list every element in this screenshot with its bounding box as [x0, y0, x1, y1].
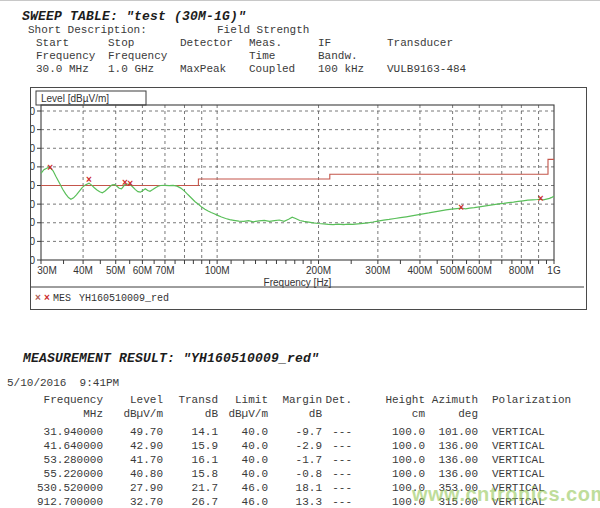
result-cell: 912.700000 [0, 495, 103, 508]
sweep-col-header2: Time [249, 50, 318, 63]
measurement-result-heading-space [175, 351, 183, 366]
result-cell: dB [268, 407, 322, 421]
result-cell: VERTICAL [478, 439, 545, 453]
result-cell: cm [352, 407, 425, 421]
sweep-parameter-grid: Start Stop Detector Meas. IF Transducer … [36, 37, 466, 76]
result-cell: 40.0 [218, 425, 268, 439]
result-cell: 100.0 [352, 467, 425, 481]
result-cell: -2.9 [268, 439, 322, 453]
sweep-col-value: 30.0 MHz [36, 63, 108, 76]
measurement-marker-icon: × [86, 174, 92, 185]
result-cell: Level [103, 393, 163, 407]
result-cell: Det. [322, 393, 352, 407]
x-axis-title: Frequency [Hz] [264, 277, 332, 288]
result-cell: 136.00 [425, 453, 478, 467]
sweep-table-heading: SWEEP TABLE: "test (30M-1G)" [22, 9, 246, 24]
x-tick-label: 1G [547, 265, 561, 276]
result-units-row: MHzdBµV/mdBdBµV/mdBcmdeg [0, 407, 571, 421]
measurement-marker-icon: × [538, 193, 544, 204]
sweep-col-header: Meas. [249, 37, 318, 50]
limit-line [41, 159, 554, 185]
result-cell: 40.0 [218, 467, 268, 481]
y-tick-label: 30 [31, 199, 35, 210]
result-cell: 530.520000 [0, 481, 103, 495]
y-tick-label: 10 [31, 236, 35, 247]
legend-limit-label: YH160510009_red [79, 293, 169, 304]
measurement-marker-icon: × [127, 178, 133, 189]
result-cell: --- [322, 425, 352, 439]
sweep-table-heading-label: SWEEP TABLE: [22, 9, 118, 24]
result-cell: 26.7 [163, 495, 218, 508]
legend-marker-icon: × [35, 292, 41, 303]
measurement-marker-icon: × [458, 202, 464, 213]
sweep-table-heading-name: "test (30M-1G)" [126, 9, 246, 24]
sweep-col-value: VULB9163-484 [387, 63, 466, 76]
y-tick-label: 0 [31, 255, 35, 266]
y-tick-label: 70 [31, 124, 35, 135]
measurement-result-heading-name: "YH160510009_red" [183, 351, 319, 366]
result-cell: 46.0 [218, 495, 268, 508]
result-cell: deg [425, 407, 478, 421]
result-cell: 42.90 [103, 439, 163, 453]
measurement-result-heading-label: MEASUREMENT RESULT: [23, 351, 175, 366]
legend-series-label: MES [53, 293, 71, 304]
result-cell: Height [352, 393, 425, 407]
result-cell: 101.00 [425, 425, 478, 439]
watermark-text: www.cntronics.com [412, 483, 600, 506]
level-chart: Level [dBµV/m]0102030405060708030M40M50M… [30, 87, 587, 310]
emc-report-page: SWEEP TABLE: "test (30M-1G)" Short Descr… [0, 0, 600, 508]
sweep-col-header2: Bandw. [318, 50, 387, 63]
result-cell: 32.70 [103, 495, 163, 508]
short-description-value: Field Strength [217, 24, 309, 37]
sweep-col-value: Coupled [249, 63, 318, 76]
result-cell: 18.1 [268, 481, 322, 495]
result-cell: 27.90 [103, 481, 163, 495]
result-header-row: FrequencyLevelTransdLimitMarginDet.Heigh… [0, 393, 571, 407]
result-cell: 13.3 [268, 495, 322, 508]
result-cell: 55.220000 [0, 467, 103, 481]
x-tick-label: 30M [37, 265, 56, 276]
result-cell: 100.0 [352, 453, 425, 467]
result-cell: VERTICAL [478, 467, 545, 481]
measurement-datetime: 5/10/2016 9:41PM [7, 377, 119, 390]
plot-frame [41, 105, 554, 260]
result-cell: -1.7 [268, 453, 322, 467]
result-cell: 100.0 [352, 425, 425, 439]
result-cell: 21.7 [163, 481, 218, 495]
x-tick-label: 70M [155, 265, 174, 276]
sweep-col-value: 1.0 GHz [108, 63, 180, 76]
y-tick-label: 50 [31, 161, 35, 172]
sweep-col-header2 [180, 50, 249, 63]
result-cell: MHz [0, 407, 103, 421]
x-tick-label: 600M [467, 265, 492, 276]
sweep-col-value: 100 kHz [318, 63, 387, 76]
result-cell: Limit [218, 393, 268, 407]
result-cell: 46.0 [218, 481, 268, 495]
x-tick-label: 60M [133, 265, 152, 276]
result-cell: 40.80 [103, 467, 163, 481]
y-tick-label: 40 [31, 180, 35, 191]
y-tick-label: 60 [31, 143, 35, 154]
result-cell: 136.00 [425, 439, 478, 453]
result-cell: 136.00 [425, 467, 478, 481]
sweep-col-header: Transducer [387, 37, 466, 50]
sweep-col-header2: Frequency [36, 50, 108, 63]
result-cell: VERTICAL [478, 453, 545, 467]
result-cell: 41.70 [103, 453, 163, 467]
measurement-trace [41, 167, 554, 224]
y-tick-label: 80 [31, 106, 35, 117]
sweep-col-header: Detector [180, 37, 249, 50]
result-cell: 15.9 [163, 439, 218, 453]
result-row: 53.28000041.7016.140.0-1.7---100.0136.00… [0, 453, 571, 467]
sweep-col-header: Start [36, 37, 108, 50]
result-cell: Azimuth [425, 393, 478, 407]
measurement-result-heading: MEASUREMENT RESULT: "YH160510009_red" [23, 351, 319, 366]
result-cell: Transd [163, 393, 218, 407]
short-description-label: Short Description: [28, 24, 147, 37]
sweep-col-header: IF [318, 37, 387, 50]
sweep-col-header2: Frequency [108, 50, 180, 63]
y-tick-label: 20 [31, 217, 35, 228]
sweep-col-header2 [387, 50, 466, 63]
x-tick-label: 40M [73, 265, 92, 276]
result-cell: 16.1 [163, 453, 218, 467]
